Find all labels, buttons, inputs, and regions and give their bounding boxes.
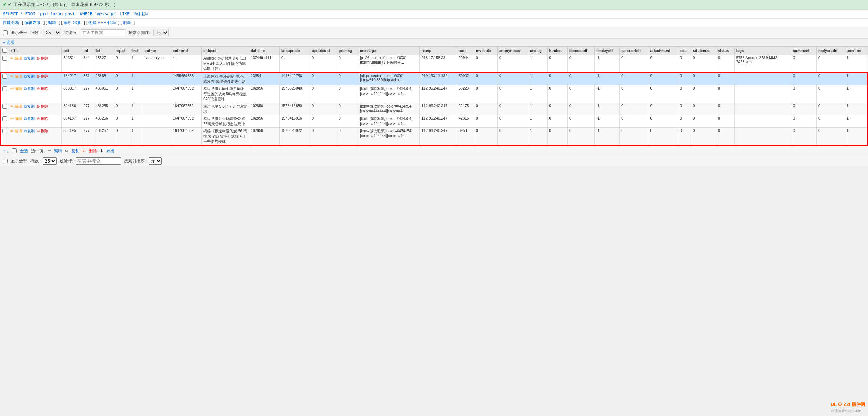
cell-position: 1 — [845, 55, 868, 73]
header-invisible[interactable]: invisible — [474, 47, 498, 55]
header-checkbox[interactable] — [0, 47, 9, 55]
edit-icon: ✏ — [10, 129, 13, 133]
edit-bottom-link[interactable]: 编辑 — [54, 148, 62, 154]
header-lastupdate[interactable]: lastupdate — [279, 47, 310, 55]
header-authorid[interactable]: authorid — [171, 47, 202, 55]
edit-link[interactable]: 编辑 — [15, 129, 22, 133]
header-port[interactable]: port — [457, 47, 474, 55]
header-parseurloff[interactable]: parseurloff — [620, 47, 649, 55]
header-author[interactable]: author — [143, 47, 171, 55]
cell-anonymous: 0 — [497, 73, 528, 85]
copy-link[interactable]: 复制 — [27, 74, 35, 78]
header-subject[interactable]: subject — [202, 47, 249, 55]
cell-comment: 0 — [791, 115, 817, 128]
data-table-wrapper: ↑ T ↓ pid fid tid repid first author aut… — [0, 46, 868, 146]
edit-link[interactable]: 编辑 — [15, 87, 22, 91]
nav-up-arrow[interactable]: ↑ — [3, 148, 5, 154]
header-tid[interactable]: tid — [94, 47, 114, 55]
cell-dateline: 102856 — [249, 115, 280, 128]
edit-link[interactable]: 编辑 — [15, 104, 22, 108]
data-table: ↑ T ↓ pid fid tid repid first author aut… — [0, 46, 868, 146]
sort-select[interactable]: 元 — [153, 29, 169, 36]
header-attachment[interactable]: attachment — [649, 47, 678, 55]
header-anonymous[interactable]: anonymous — [497, 47, 528, 55]
header-arrows[interactable]: ↑ T ↓ — [9, 47, 62, 55]
edit-inline-link[interactable]: 编辑内嵌 — [24, 20, 41, 25]
rows-footer-select[interactable]: 25 — [43, 157, 57, 165]
row-checkbox[interactable] — [2, 104, 7, 109]
cell-lastupdate: 1576416880 — [279, 103, 310, 115]
header-usesig[interactable]: usesig — [528, 47, 547, 55]
header-position[interactable]: position — [845, 47, 868, 55]
header-htmlon[interactable]: htmlon — [547, 47, 567, 55]
delete-link[interactable]: 删除 — [41, 104, 48, 108]
header-bbcodeoff[interactable]: bbcodeoff — [568, 47, 595, 55]
export-bottom-link[interactable]: 导出 — [106, 148, 115, 154]
copy-link[interactable]: 复制 — [27, 104, 35, 108]
sort-footer-select[interactable]: 元 — [149, 157, 162, 165]
header-useip[interactable]: useip — [420, 47, 457, 55]
copy-link[interactable]: 复制 — [27, 87, 35, 91]
rows-select[interactable]: 25 50 100 — [43, 29, 61, 36]
cell-invisible: 0 — [474, 103, 498, 115]
header-premsg[interactable]: premsg — [337, 47, 358, 55]
toolbar: 显示全部 行数: 25 50 100 过滤行: 按索引排序: 元 — [0, 27, 868, 39]
create-php-link[interactable]: 创建 PHP 代码 — [88, 20, 116, 25]
copy-bottom-link[interactable]: 复制 — [71, 148, 79, 154]
edit-link[interactable]: 编辑 — [15, 56, 22, 60]
copy-link[interactable]: 复制 — [27, 56, 35, 60]
delete-link[interactable]: 删除 — [41, 129, 48, 133]
row-checkbox[interactable] — [2, 56, 7, 61]
header-rate[interactable]: rate — [678, 47, 691, 55]
cell-bbcodeoff: 0 — [568, 115, 595, 128]
edit-link[interactable]: 编辑 — [15, 117, 22, 121]
cell-premsg: 0 — [337, 73, 358, 85]
nav-down-arrow[interactable]: ↓ — [7, 148, 9, 154]
delete-link[interactable]: 删除 — [41, 87, 48, 91]
show-all-footer-checkbox[interactable] — [3, 159, 8, 163]
header-repid[interactable]: repid — [114, 47, 130, 55]
show-all-checkbox[interactable] — [3, 30, 8, 35]
perf-analysis-link[interactable]: 性能分析 — [3, 20, 19, 25]
copy-link[interactable]: 复制 — [27, 117, 35, 121]
cell-comment: 0 — [791, 85, 817, 103]
action-bar: 性能分析 [ 编辑内嵌 ] [ 编辑 ] [ 解析 SQL ] [ 创建 PHP… — [0, 19, 868, 27]
row-checkbox[interactable] — [2, 86, 7, 91]
delete-icon: ⊖ — [82, 148, 86, 153]
add-option[interactable]: + 选项 — [0, 39, 868, 46]
header-ratetimes[interactable]: ratetimes — [691, 47, 716, 55]
header-message[interactable]: message — [358, 47, 420, 55]
parse-sql-link[interactable]: 解析 SQL — [64, 20, 81, 25]
cell-parseurloff: 0 — [620, 115, 649, 128]
header-tags[interactable]: tags — [734, 47, 791, 55]
row-checkbox[interactable] — [2, 116, 7, 121]
header-pid[interactable]: pid — [62, 47, 82, 55]
row-checkbox[interactable] — [2, 129, 7, 133]
header-dateline[interactable]: dateline — [249, 47, 280, 55]
bottom-toolbar: ↑ ↓ 全选 选中页: ✏ 编辑 ⧉ 复制 ⊖ 删除 ⬇ 导出 — [0, 146, 868, 156]
edit-link[interactable]: 编辑 — [48, 20, 56, 25]
delete-link[interactable]: 删除 — [41, 117, 48, 121]
filter-input[interactable] — [81, 29, 125, 36]
footer-bar: 显示全部 行数: 25 过滤行: 按索引排序: 元 — [0, 156, 868, 166]
header-updateuid[interactable]: updateuid — [310, 47, 337, 55]
select-all-bottom-checkbox[interactable] — [12, 148, 17, 153]
header-status[interactable]: status — [716, 47, 735, 55]
header-smileyoff[interactable]: smileyoff — [595, 47, 620, 55]
header-first[interactable]: first — [130, 47, 143, 55]
row-checkbox[interactable] — [2, 74, 7, 79]
header-fid[interactable]: fid — [82, 47, 94, 55]
header-replycredit[interactable]: replycredit — [816, 47, 845, 55]
header-comment[interactable]: comment — [791, 47, 817, 55]
copy-link[interactable]: 复制 — [27, 129, 35, 133]
delete-bottom-link[interactable]: 删除 — [89, 148, 97, 154]
select-all-bottom-link[interactable]: 全选 — [20, 148, 28, 154]
refresh-link[interactable]: 刷新 — [123, 20, 131, 25]
cell-anonymous: 0 — [497, 85, 528, 103]
cell-position: 1 — [845, 128, 868, 146]
edit-link[interactable]: 编辑 — [15, 74, 22, 78]
filter-footer-input[interactable] — [76, 157, 121, 165]
delete-link[interactable]: 删除 — [41, 56, 48, 60]
cell-comment: 0 — [791, 103, 817, 115]
delete-link[interactable]: 删除 — [41, 74, 48, 78]
